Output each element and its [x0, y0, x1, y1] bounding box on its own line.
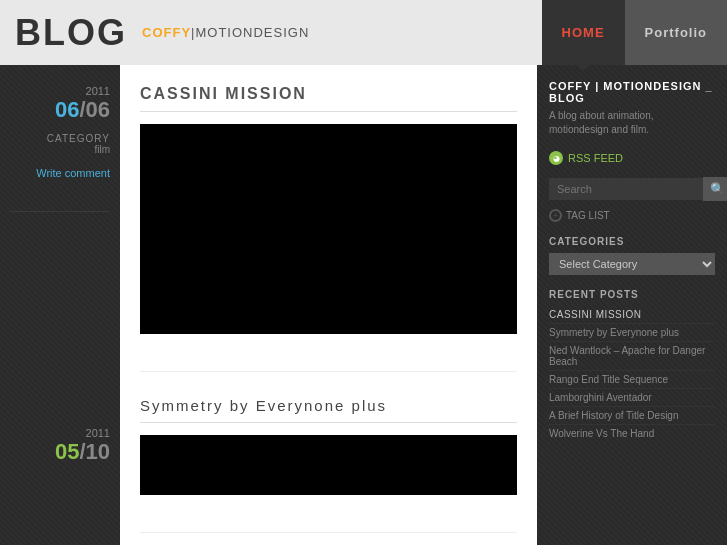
header: BLOG COFFY|MOTIONDESIGN HOME Portfolio — [0, 0, 727, 65]
post-1-title: CASSINI MISSION — [140, 85, 517, 103]
post-1-video[interactable] — [140, 124, 517, 334]
post-2-month: 05 — [55, 439, 79, 464]
main-layout: 2011 06/06 CATEGORY film Write comment 2… — [0, 65, 727, 545]
recent-post-2[interactable]: Symmetry by Everynone plus — [549, 324, 715, 342]
post-1-meta: 2011 06/06 CATEGORY film Write comment — [10, 85, 110, 181]
blog-info-widget: COFFY | MOTIONDESIGN _ BLOG A blog about… — [549, 80, 715, 137]
recent-post-4[interactable]: Rango End Title Sequence — [549, 371, 715, 389]
blog-info-desc: A blog about animation, motiondesign and… — [549, 109, 715, 137]
post-1-date: 06/06 — [10, 97, 110, 123]
categories-widget: CATEGORIES Select Category — [549, 236, 715, 275]
recent-post-6[interactable]: A Brief History of Title Design — [549, 407, 715, 425]
site-name: COFFY — [142, 25, 191, 40]
site-subtitle: COFFY|MOTIONDESIGN — [142, 25, 309, 40]
nav-home[interactable]: HOME — [542, 0, 625, 65]
post-2-year: 2011 — [10, 427, 110, 439]
category-select[interactable]: Select Category — [549, 253, 715, 275]
rss-icon: ◕ — [549, 151, 563, 165]
post-1-category-label: CATEGORY — [10, 133, 110, 144]
post-2: Symmetry by Everynone plus — [140, 397, 517, 533]
recent-posts-list: CASSINI MISSION Symmetry by Everynone pl… — [549, 306, 715, 442]
post-1-category-value: film — [10, 144, 110, 155]
blog-title: BLOG — [15, 12, 127, 54]
rss-feed-link[interactable]: ◕ RSS FEED — [549, 151, 715, 165]
left-sidebar: 2011 06/06 CATEGORY film Write comment 2… — [0, 65, 120, 545]
post-1-divider — [140, 111, 517, 112]
tag-list-link[interactable]: + TAG LIST — [549, 209, 715, 222]
post-2-title: Symmetry by Everynone plus — [140, 397, 517, 414]
post-1-day: 06 — [86, 97, 110, 122]
search-input[interactable] — [549, 178, 703, 200]
sidebar-divider-1 — [10, 211, 110, 212]
post-1-write-comment[interactable]: Write comment — [36, 167, 110, 179]
search-button[interactable]: 🔍 — [703, 177, 727, 201]
site-tagline: MOTIONDESIGN — [195, 25, 309, 40]
recent-post-1[interactable]: CASSINI MISSION — [549, 306, 715, 324]
recent-posts-widget: RECENT POSTS CASSINI MISSION Symmetry by… — [549, 289, 715, 442]
main-content: CASSINI MISSION Symmetry by Everynone pl… — [120, 65, 537, 545]
post-1-month: 06 — [55, 97, 79, 122]
recent-post-3[interactable]: Ned Wantlock – Apache for Danger Beach — [549, 342, 715, 371]
tag-icon: + — [549, 209, 562, 222]
post-2-video[interactable] — [140, 435, 517, 495]
search-bar: 🔍 — [549, 177, 715, 201]
post-2-date: 05/10 — [10, 439, 110, 465]
post-1-year: 2011 — [10, 85, 110, 97]
nav-portfolio[interactable]: Portfolio — [625, 0, 727, 65]
blog-info-title: COFFY | MOTIONDESIGN _ BLOG — [549, 80, 715, 104]
tag-list-label: TAG LIST — [566, 210, 610, 221]
main-nav: HOME Portfolio — [542, 0, 727, 65]
recent-posts-title: RECENT POSTS — [549, 289, 715, 300]
rss-label: RSS FEED — [568, 152, 623, 164]
right-sidebar: COFFY | MOTIONDESIGN _ BLOG A blog about… — [537, 65, 727, 545]
post-2-meta: 2011 05/10 — [10, 427, 110, 465]
recent-post-5[interactable]: Lamborghini Aventador — [549, 389, 715, 407]
post-1: CASSINI MISSION — [140, 85, 517, 372]
categories-title: CATEGORIES — [549, 236, 715, 247]
post-2-day: 10 — [86, 439, 110, 464]
recent-post-7[interactable]: Wolverine Vs The Hand — [549, 425, 715, 442]
post-2-divider — [140, 422, 517, 423]
